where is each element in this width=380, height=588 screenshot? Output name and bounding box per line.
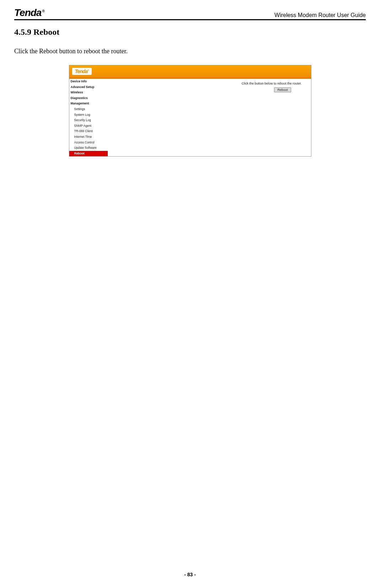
- page-footer: - 83 -: [0, 572, 380, 577]
- registered-mark: ®: [42, 9, 44, 13]
- sidebar-item-device-info[interactable]: Device Info: [69, 79, 108, 85]
- sidebar-item-tr069-client[interactable]: TR-069 Client: [69, 129, 108, 134]
- sidebar-item-security-log[interactable]: Security Log: [69, 118, 108, 123]
- page-number: - 83 -: [184, 572, 196, 577]
- sidebar-item-settings[interactable]: Settings: [69, 107, 108, 112]
- sidebar-item-diagnostics[interactable]: Diagnostics: [69, 96, 108, 101]
- page-header: Tenda® Wireless Modem Router User Guide: [14, 7, 366, 20]
- router-ui-screenshot: Tenda® Device Info Advanced Setup Wirele…: [69, 65, 311, 157]
- section-heading: 4.5.9 Reboot: [14, 27, 366, 37]
- router-banner: Tenda®: [69, 65, 311, 77]
- banner-registered-mark: ®: [87, 69, 89, 71]
- document-title: Wireless Modem Router User Guide: [274, 12, 366, 18]
- router-main-panel: Click the button below to reboot the rou…: [108, 79, 311, 156]
- sidebar-item-snmp-agent[interactable]: SNMP Agent: [69, 123, 108, 129]
- sidebar-item-reboot[interactable]: Reboot: [69, 151, 108, 157]
- router-sidebar: Device Info Advanced Setup Wireless Diag…: [69, 79, 108, 156]
- sidebar-item-system-log[interactable]: System Log: [69, 112, 108, 118]
- screenshot-container: Tenda® Device Info Advanced Setup Wirele…: [14, 65, 366, 157]
- sidebar-item-internet-time[interactable]: Internet Time: [69, 134, 108, 140]
- sidebar-item-management[interactable]: Management: [69, 101, 108, 107]
- sidebar-item-access-control[interactable]: Access Control: [69, 140, 108, 146]
- tenda-logo-text: Tenda: [14, 7, 41, 18]
- section-body-text: Click the Reboot button to reboot the ro…: [14, 48, 366, 55]
- tenda-logo-icon: Tenda®: [72, 68, 92, 75]
- tenda-logo-header: Tenda®: [14, 7, 44, 18]
- sidebar-item-wireless[interactable]: Wireless: [69, 90, 108, 96]
- sidebar-item-advanced-setup[interactable]: Advanced Setup: [69, 85, 108, 90]
- reboot-instruction-text: Click the button below to reboot the rou…: [113, 82, 305, 85]
- banner-logo-text: Tenda: [75, 69, 88, 74]
- reboot-button[interactable]: Reboot: [274, 87, 291, 92]
- sidebar-item-update-software[interactable]: Update Software: [69, 145, 108, 151]
